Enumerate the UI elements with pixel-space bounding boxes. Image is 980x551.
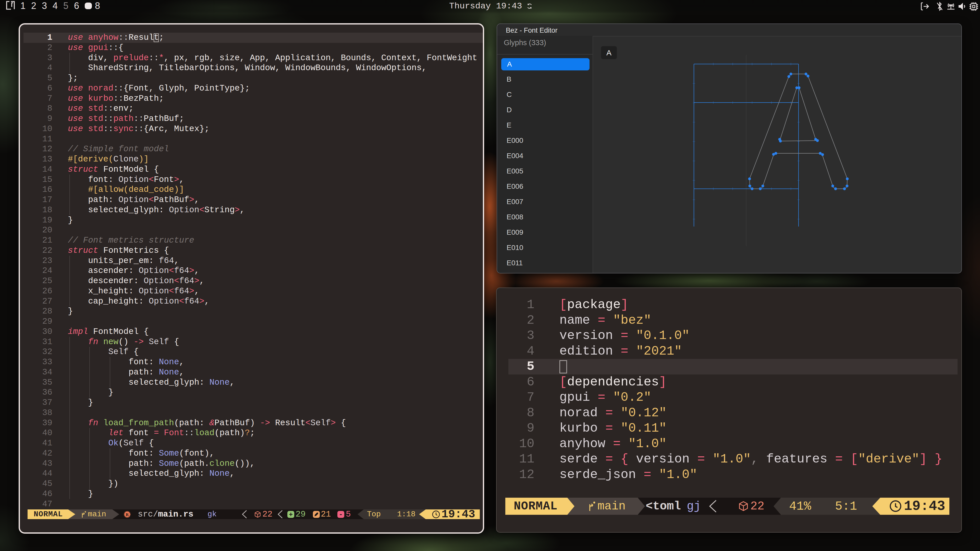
svg-text:A: A (606, 48, 611, 57)
svg-text:R: R (126, 512, 129, 517)
